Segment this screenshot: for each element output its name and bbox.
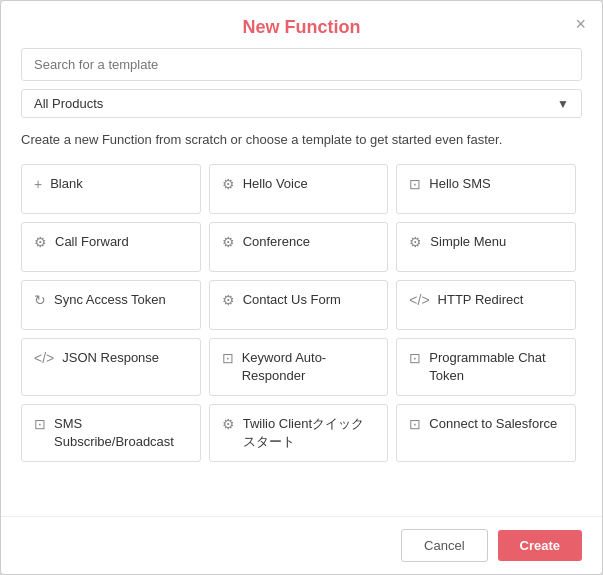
template-icon-simple-menu: ⚙ <box>409 234 422 250</box>
modal-description: Create a new Function from scratch or ch… <box>21 130 582 150</box>
template-icon-blank: + <box>34 176 42 192</box>
template-label-sms-subscribe-broadcast: SMS Subscribe/Broadcast <box>54 415 188 451</box>
template-card-conference[interactable]: ⚙Conference <box>209 222 389 272</box>
template-icon-connect-to-salesforce: ⊡ <box>409 416 421 432</box>
template-icon-contact-us-form: ⚙ <box>222 292 235 308</box>
template-card-http-redirect[interactable]: </>HTTP Redirect <box>396 280 576 330</box>
template-label-contact-us-form: Contact Us Form <box>243 291 341 309</box>
template-icon-json-response: </> <box>34 350 54 366</box>
template-icon-sms-subscribe-broadcast: ⊡ <box>34 416 46 432</box>
modal-body: All Products ▼ Create a new Function fro… <box>1 48 602 516</box>
template-card-contact-us-form[interactable]: ⚙Contact Us Form <box>209 280 389 330</box>
modal-header: New Function × <box>1 1 602 48</box>
template-card-blank[interactable]: +Blank <box>21 164 201 214</box>
template-card-call-forward[interactable]: ⚙Call Forward <box>21 222 201 272</box>
template-card-json-response[interactable]: </>JSON Response <box>21 338 201 396</box>
chevron-down-icon: ▼ <box>557 97 569 111</box>
template-label-keyword-auto-responder: Keyword Auto-Responder <box>242 349 376 385</box>
template-label-blank: Blank <box>50 175 83 193</box>
template-card-sync-access-token[interactable]: ↻Sync Access Token <box>21 280 201 330</box>
template-label-conference: Conference <box>243 233 310 251</box>
template-grid: +Blank⚙Hello Voice⊡Hello SMS⚙Call Forwar… <box>21 164 582 463</box>
template-card-twilio-client[interactable]: ⚙Twilio Clientクイックスタート <box>209 404 389 462</box>
template-icon-conference: ⚙ <box>222 234 235 250</box>
template-icon-sync-access-token: ↻ <box>34 292 46 308</box>
dropdown-label: All Products <box>34 96 557 111</box>
template-label-programmable-chat-token: Programmable Chat Token <box>429 349 563 385</box>
close-button[interactable]: × <box>575 15 586 33</box>
template-grid-area: +Blank⚙Hello Voice⊡Hello SMS⚙Call Forwar… <box>21 164 582 507</box>
template-label-twilio-client: Twilio Clientクイックスタート <box>243 415 376 451</box>
template-label-hello-voice: Hello Voice <box>243 175 308 193</box>
template-label-simple-menu: Simple Menu <box>430 233 506 251</box>
template-label-json-response: JSON Response <box>62 349 159 367</box>
template-card-connect-to-salesforce[interactable]: ⊡Connect to Salesforce <box>396 404 576 462</box>
template-icon-http-redirect: </> <box>409 292 429 308</box>
template-card-sms-subscribe-broadcast[interactable]: ⊡SMS Subscribe/Broadcast <box>21 404 201 462</box>
template-card-hello-sms[interactable]: ⊡Hello SMS <box>396 164 576 214</box>
modal-footer: Cancel Create <box>1 516 602 574</box>
template-icon-keyword-auto-responder: ⊡ <box>222 350 234 366</box>
template-icon-call-forward: ⚙ <box>34 234 47 250</box>
template-label-connect-to-salesforce: Connect to Salesforce <box>429 415 557 433</box>
template-card-keyword-auto-responder[interactable]: ⊡Keyword Auto-Responder <box>209 338 389 396</box>
template-icon-hello-voice: ⚙ <box>222 176 235 192</box>
template-label-hello-sms: Hello SMS <box>429 175 490 193</box>
template-card-programmable-chat-token[interactable]: ⊡Programmable Chat Token <box>396 338 576 396</box>
template-icon-twilio-client: ⚙ <box>222 416 235 432</box>
template-label-sync-access-token: Sync Access Token <box>54 291 166 309</box>
create-button[interactable]: Create <box>498 530 582 561</box>
template-label-http-redirect: HTTP Redirect <box>438 291 524 309</box>
product-dropdown[interactable]: All Products ▼ <box>21 89 582 118</box>
modal-title: New Function <box>243 17 361 38</box>
new-function-modal: New Function × All Products ▼ Create a n… <box>0 0 603 575</box>
template-icon-programmable-chat-token: ⊡ <box>409 350 421 366</box>
template-card-hello-voice[interactable]: ⚙Hello Voice <box>209 164 389 214</box>
template-icon-hello-sms: ⊡ <box>409 176 421 192</box>
template-label-call-forward: Call Forward <box>55 233 129 251</box>
search-input[interactable] <box>21 48 582 81</box>
cancel-button[interactable]: Cancel <box>401 529 487 562</box>
template-card-simple-menu[interactable]: ⚙Simple Menu <box>396 222 576 272</box>
